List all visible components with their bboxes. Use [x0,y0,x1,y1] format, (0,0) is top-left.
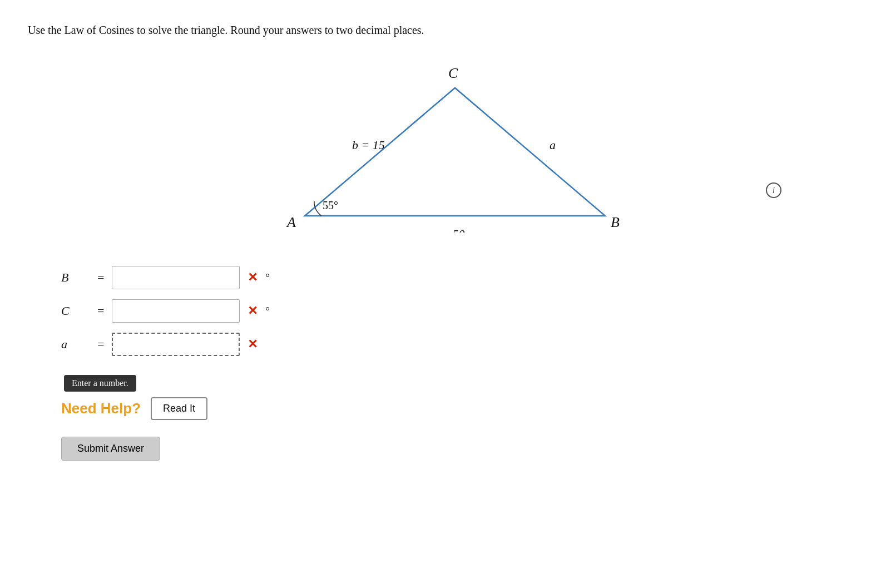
side-a-label: a [550,138,556,152]
equals-a: = [97,337,104,352]
side-b-label: b = 15 [352,138,385,152]
input-field-c[interactable] [112,299,240,323]
label-a: a [61,337,92,352]
triangle-svg: C A B b = 15 a c = 50 55° [260,55,650,233]
side-c-label: c = 50 [433,227,465,233]
triangle-container: C A B b = 15 a c = 50 55° [260,55,650,233]
error-icon-c: ✕ [248,304,258,318]
vertex-b-label: B [611,214,620,230]
tooltip-box: Enter a number. [64,375,136,392]
inputs-section: B = ✕ ° C = ✕ ° a = ✕ [61,266,848,356]
svg-marker-0 [305,88,605,216]
degree-c: ° [265,305,269,317]
info-icon-label: i [773,185,775,195]
page: Use the Law of Cosines to solve the tria… [0,0,876,588]
submit-button[interactable]: Submit Answer [61,437,160,461]
info-icon[interactable]: i [766,182,781,198]
input-row-b: B = ✕ ° [61,266,848,289]
error-icon-a: ✕ [248,337,258,352]
degree-b: ° [265,272,269,284]
angle-a-label: 55° [323,199,338,211]
error-icon-b: ✕ [248,270,258,285]
input-field-b[interactable] [112,266,240,289]
label-c: C [61,304,92,318]
vertex-c-label: C [448,65,458,81]
vertex-a-label: A [286,214,296,230]
triangle-diagram: C A B b = 15 a c = 50 55° i [28,55,848,244]
equals-b: = [97,270,104,285]
need-help-text: Need Help? [61,400,141,417]
input-field-a[interactable] [112,333,240,356]
label-b: B [61,270,92,285]
need-help-section: Need Help? Read It [61,397,848,420]
read-it-button[interactable]: Read It [151,397,207,420]
equals-c: = [97,304,104,318]
instructions-text: Use the Law of Cosines to solve the tria… [28,22,848,38]
input-row-a: a = ✕ [61,333,848,356]
input-row-c: C = ✕ ° [61,299,848,323]
